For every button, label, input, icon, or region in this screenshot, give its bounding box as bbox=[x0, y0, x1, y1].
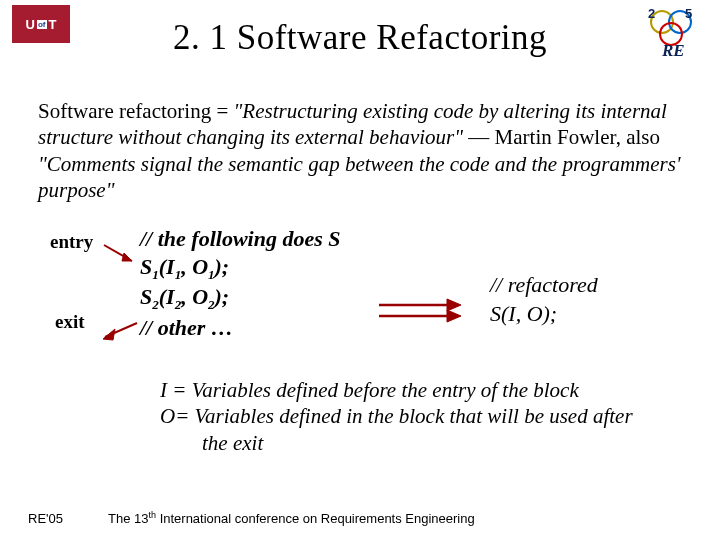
definition-paragraph: Software refactoring = "Restructuring ex… bbox=[0, 58, 720, 203]
logo-t: T bbox=[49, 17, 57, 32]
exit-label: exit bbox=[55, 311, 85, 333]
entry-arrow-icon bbox=[102, 241, 142, 269]
refactored-line-1: // refactored bbox=[490, 271, 598, 300]
entry-label: entry bbox=[50, 231, 93, 253]
footer-conf-long: The 13th International conference on Req… bbox=[108, 510, 475, 526]
legend: I = Variables defined before the entry o… bbox=[0, 377, 720, 456]
footer-conf-short: RE'05 bbox=[28, 511, 63, 526]
logo-of: of bbox=[37, 20, 47, 29]
refactor-arrow-icon bbox=[375, 296, 470, 326]
exit-arrow-icon bbox=[95, 319, 140, 347]
logo-u: U bbox=[26, 17, 35, 32]
refactored-line-2: S(I, O); bbox=[490, 300, 598, 329]
legend-line-o: O= Variables defined in the block that w… bbox=[102, 403, 690, 456]
svg-text:RE: RE bbox=[661, 41, 685, 60]
slide-footer: RE'05 The 13th International conference … bbox=[28, 510, 700, 526]
legend-line-i: I = Variables defined before the entry o… bbox=[102, 377, 690, 403]
original-code-block: // the following does S S1(I1, O1); S2(I… bbox=[140, 225, 340, 341]
uoft-logo: UofT bbox=[12, 5, 70, 43]
re2005-logo: 2 5 RE bbox=[642, 0, 712, 60]
code-line-2: S1(I1, O1); bbox=[140, 253, 340, 284]
svg-marker-13 bbox=[447, 310, 461, 322]
svg-marker-11 bbox=[447, 299, 461, 311]
svg-marker-9 bbox=[103, 329, 115, 340]
svg-text:5: 5 bbox=[685, 6, 692, 21]
slide-title: 2. 1 Software Refactoring bbox=[0, 0, 720, 58]
svg-text:2: 2 bbox=[648, 6, 655, 21]
code-diagram: entry exit // the following does S S1(I1… bbox=[0, 221, 720, 371]
def-lead: Software refactoring = bbox=[38, 99, 234, 123]
code-line-1: // the following does S bbox=[140, 225, 340, 253]
code-line-3: S2(I2, O2); bbox=[140, 283, 340, 314]
code-line-4: // other … bbox=[140, 314, 340, 342]
refactored-code-block: // refactored S(I, O); bbox=[490, 271, 598, 328]
def-quote2: "Comments signal the semantic gap betwee… bbox=[38, 152, 680, 202]
def-attrib: ― Martin Fowler, also bbox=[463, 125, 660, 149]
svg-marker-7 bbox=[122, 253, 132, 261]
